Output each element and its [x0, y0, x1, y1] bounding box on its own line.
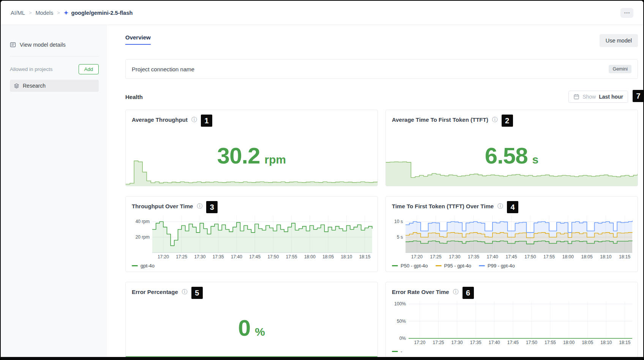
annotation-badge-6: 6 — [462, 287, 474, 299]
project-connection-card: Project connection name Gemini — [125, 59, 638, 79]
project-research-label: Research — [23, 83, 46, 89]
svg-text:18:10: 18:10 — [341, 254, 352, 259]
svg-text:17:45: 17:45 — [507, 340, 519, 345]
legend-item[interactable]: P50 - gpt-4o — [392, 263, 428, 269]
svg-text:40 rpm: 40 rpm — [136, 219, 150, 224]
calendar-icon — [573, 94, 579, 100]
svg-text:17:25: 17:25 — [430, 254, 442, 259]
throughput-over-time-card: Throughput Over Time ⓘ 3 17:2017:2517:30… — [125, 196, 378, 272]
legend-swatch-icon — [392, 265, 398, 266]
error-percentage-value: 0 — [238, 315, 250, 341]
chevron-right-icon: > — [29, 10, 32, 16]
card-title: Error Rate Over Time — [392, 287, 449, 295]
info-icon[interactable]: ⓘ — [191, 115, 197, 123]
breadcrumb-current-model: ✦ google/gemini-2.5-flash — [64, 10, 133, 16]
svg-text:18:00: 18:00 — [563, 340, 575, 345]
info-icon[interactable]: ⓘ — [497, 201, 503, 210]
svg-text:18:05: 18:05 — [581, 254, 593, 259]
svg-text:17:35: 17:35 — [468, 254, 479, 259]
svg-text:17:30: 17:30 — [451, 340, 463, 345]
svg-text:17:55: 17:55 — [543, 254, 555, 259]
info-icon[interactable]: ⓘ — [182, 287, 188, 296]
more-options-button[interactable]: ⋯ — [620, 8, 633, 18]
document-icon — [10, 42, 16, 48]
error-rate-chart: 17:2017:2517:3017:3517:4017:4517:5017:55… — [389, 299, 635, 346]
svg-text:5 s: 5 s — [397, 234, 403, 240]
svg-text:18:15: 18:15 — [359, 254, 371, 259]
svg-text:18:15: 18:15 — [619, 254, 630, 259]
svg-text:17:35: 17:35 — [213, 254, 224, 259]
show-label: Show — [582, 94, 596, 100]
legend-swatch-icon — [132, 265, 138, 266]
ttft-over-time-card: Time To First Token (TTFT) Over Time ⓘ 4… — [385, 196, 638, 272]
use-model-button[interactable]: Use model — [600, 34, 638, 47]
average-ttft-card: Average Time To First Token (TTFT) ⓘ 2 6… — [385, 110, 638, 186]
svg-text:17:30: 17:30 — [194, 254, 205, 259]
sidebar-item-research[interactable]: Research — [10, 80, 99, 92]
svg-text:18:05: 18:05 — [322, 254, 334, 259]
view-model-details-button[interactable]: View model details — [10, 42, 99, 48]
info-icon[interactable]: ⓘ — [197, 201, 202, 210]
time-range-selector[interactable]: Show Last hour — [568, 91, 628, 103]
annotation-badge-7: 7 — [633, 90, 643, 102]
svg-text:50%: 50% — [397, 319, 406, 324]
layers-icon — [14, 83, 19, 89]
svg-text:18:15: 18:15 — [619, 340, 630, 345]
breadcrumb-models[interactable]: Models — [35, 10, 53, 16]
svg-text:17:50: 17:50 — [267, 254, 279, 259]
breadcrumb: AI/ML > Models > ✦ google/gemini-2.5-fla… — [11, 10, 133, 16]
add-project-button[interactable]: Add — [79, 64, 99, 74]
svg-text:17:45: 17:45 — [249, 254, 260, 259]
allowed-in-projects-row: Allowed in projects Add — [10, 64, 99, 74]
model-name: google/gemini-2.5-flash — [71, 10, 133, 16]
connection-name-badge: Gemini — [609, 65, 631, 73]
svg-text:18:05: 18:05 — [582, 340, 593, 345]
sparkle-icon: ✦ — [64, 10, 69, 16]
annotation-badge-3: 3 — [206, 201, 218, 213]
annotation-badge-1: 1 — [201, 115, 212, 127]
svg-text:18:10: 18:10 — [600, 254, 611, 259]
legend-item[interactable]: gpt-4o — [132, 263, 155, 269]
svg-text:17:30: 17:30 — [449, 254, 460, 259]
view-model-details-label: View model details — [20, 42, 66, 48]
svg-text:17:20: 17:20 — [158, 254, 169, 259]
svg-text:17:50: 17:50 — [524, 254, 536, 259]
chart-legend: - — [392, 349, 402, 354]
card-title: Time To First Token (TTFT) Over Time — [392, 201, 494, 209]
card-title: Error Percentage — [132, 287, 178, 295]
health-title: Health — [125, 94, 143, 100]
sidebar: View model details Allowed in projects A… — [1, 25, 107, 357]
main-content: Overview Use model Project connection na… — [107, 25, 643, 357]
svg-text:17:55: 17:55 — [545, 340, 556, 345]
svg-text:17:25: 17:25 — [433, 340, 444, 345]
average-throughput-card: Average Throughput ⓘ 1 30.2 rpm — [125, 110, 378, 186]
ttft-sparkline — [386, 157, 638, 186]
svg-text:18:00: 18:00 — [304, 254, 316, 259]
error-percentage-unit: % — [255, 325, 265, 338]
svg-text:17:35: 17:35 — [470, 340, 481, 345]
annotation-badge-5: 5 — [191, 287, 203, 299]
throughput-chart: 17:2017:2517:3017:3517:4017:4517:5017:55… — [129, 213, 374, 260]
error-rate-over-time-card: Error Rate Over Time ⓘ 6 17:2017:2517:30… — [385, 282, 638, 357]
metric-readout: 0 % — [126, 315, 377, 341]
error-sparkline — [126, 344, 377, 357]
error-percentage-card: Error Percentage ⓘ 5 0 % — [125, 282, 378, 357]
svg-text:17:20: 17:20 — [411, 254, 423, 259]
svg-text:20 rpm: 20 rpm — [136, 234, 150, 240]
svg-text:0%: 0% — [399, 336, 406, 341]
legend-item[interactable]: P95 - gpt-4o — [436, 263, 472, 269]
svg-text:17:40: 17:40 — [487, 254, 498, 259]
health-cards-grid: Average Throughput ⓘ 1 30.2 rpm Average … — [125, 110, 638, 357]
legend-item[interactable]: - — [392, 349, 402, 354]
topbar: AI/ML > Models > ✦ google/gemini-2.5-fla… — [1, 1, 643, 25]
info-icon[interactable]: ⓘ — [492, 115, 498, 123]
card-title: Average Time To First Token (TTFT) — [392, 115, 488, 123]
legend-swatch-icon — [479, 265, 485, 266]
tab-overview[interactable]: Overview — [125, 34, 151, 45]
divider — [10, 56, 99, 57]
info-icon[interactable]: ⓘ — [453, 287, 459, 296]
chart-legend: gpt-4o — [132, 263, 155, 269]
breadcrumb-ai-ml[interactable]: AI/ML — [11, 10, 25, 16]
svg-text:100%: 100% — [394, 301, 406, 307]
legend-item[interactable]: P99 - gpt-4o — [479, 263, 515, 269]
